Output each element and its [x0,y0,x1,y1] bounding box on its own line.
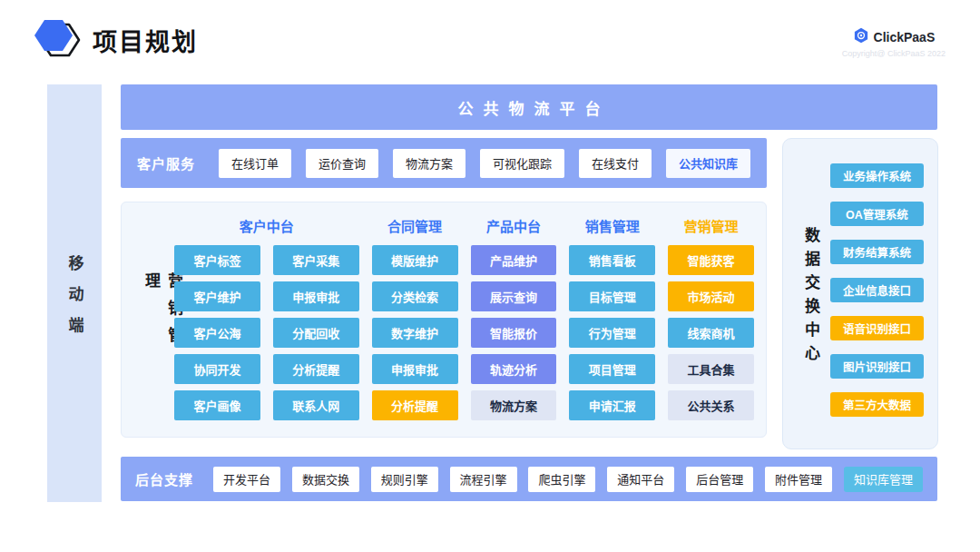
customer-service-item-3[interactable]: 物流方案 [393,149,466,178]
matrix-cell-r1-c2[interactable]: 客户采集 [273,245,359,275]
matrix-cell-r5-c1[interactable]: 客户画像 [174,390,260,420]
backend-item-6[interactable]: 通知平台 [607,467,674,492]
data-exchange-item-5[interactable]: 语音识别接口 [830,316,924,340]
matrix-cell-r4-c3[interactable]: 申报审批 [372,354,458,384]
matrix-cell-r4-c1[interactable]: 协同开发 [174,354,260,384]
data-exchange-item-3[interactable]: 财务结算系统 [830,240,924,264]
backend-support-row: 后台支撑 开发平台数据交换规则引擎流程引擎爬虫引擎通知平台后台管理附件管理知识库… [121,457,937,501]
customer-service-item-6[interactable]: 公共知识库 [666,149,750,178]
data-exchange-label: 数据交换中心 [799,219,822,369]
customer-service-items: 在线订单运价查询物流方案可视化跟踪在线支付公共知识库 [219,149,750,178]
brand-name: ClickPaaS [874,30,936,44]
backend-item-9[interactable]: 知识库管理 [844,467,923,492]
matrix-cell-r2-c5[interactable]: 目标管理 [569,281,655,311]
matrix-cell-r3-c5[interactable]: 行为管理 [569,318,655,348]
customer-service-item-5[interactable]: 在线支付 [579,149,652,178]
matrix-cell-r3-c4[interactable]: 智能报价 [471,318,557,348]
data-exchange-item-1[interactable]: 业务操作系统 [830,163,924,188]
matrix-cell-r4-c5[interactable]: 项目管理 [569,354,655,384]
page-title: 项目规划 [93,23,198,58]
matrix-cell-r4-c4[interactable]: 轨迹分析 [471,354,557,384]
matrix-cell-r1-c6[interactable]: 智能获客 [668,245,754,275]
sidebar-mobile: 移动端 [47,84,102,502]
backend-item-3[interactable]: 规则引擎 [371,467,438,492]
customer-service-item-1[interactable]: 在线订单 [219,149,291,178]
brand-block: ClickPaaS Copyright@ ClickPaaS 2022 [842,27,946,58]
matrix-cell-r2-c3[interactable]: 分类检索 [372,281,458,311]
page-title-hexagon-icon [33,16,85,64]
copyright-text: Copyright@ ClickPaaS 2022 [842,49,946,58]
backend-support-items: 开发平台数据交换规则引擎流程引擎爬虫引擎通知平台后台管理附件管理知识库管理 [213,467,923,492]
matrix-cell-r2-c6[interactable]: 市场活动 [668,281,754,311]
customer-service-item-4[interactable]: 可视化跟踪 [480,149,564,178]
backend-support-label: 后台支撑 [135,469,193,488]
backend-item-7[interactable]: 后台管理 [686,467,753,492]
marketing-matrix-panel: 营销管理 客户中台合同管理产品中台销售管理营销管理客户标签客户采集模版维护产品维… [121,202,767,438]
matrix-cell-r2-c1[interactable]: 客户维护 [174,281,260,311]
clickpaas-logo-icon [853,27,869,47]
matrix-column-header-3: 产品中台 [471,212,557,239]
matrix-cell-r4-c2[interactable]: 分析提醒 [273,354,359,384]
matrix-cell-r1-c5[interactable]: 销售看板 [569,245,655,275]
backend-item-1[interactable]: 开发平台 [213,467,280,492]
customer-service-label: 客户服务 [137,153,195,172]
matrix-cell-r2-c4[interactable]: 展示查询 [471,281,557,311]
data-exchange-item-6[interactable]: 图片识别接口 [830,354,924,379]
sidebar-label: 移动端 [64,240,86,348]
matrix-cell-r5-c6[interactable]: 公共关系 [668,390,754,420]
data-exchange-panel: 数据交换中心 业务操作系统OA管理系统财务结算系统企业信息接口语音识别接口图片识… [782,138,938,449]
backend-item-5[interactable]: 爬虫引擎 [528,467,595,492]
customer-service-row: 客户服务 在线订单运价查询物流方案可视化跟踪在线支付公共知识库 [121,138,767,188]
matrix-cell-r1-c3[interactable]: 模版维护 [372,245,458,275]
backend-item-2[interactable]: 数据交换 [292,467,359,492]
data-exchange-item-7[interactable]: 第三方大数据 [830,392,924,417]
matrix-cell-r3-c1[interactable]: 客户公海 [174,318,260,348]
data-exchange-item-2[interactable]: OA管理系统 [830,202,924,226]
matrix-cell-r2-c2[interactable]: 申报审批 [273,281,359,311]
matrix-cell-r5-c2[interactable]: 联系人网 [273,390,359,420]
matrix-cell-r1-c1[interactable]: 客户标签 [174,245,260,275]
matrix-cell-r1-c4[interactable]: 产品维护 [471,245,557,275]
backend-item-8[interactable]: 附件管理 [765,467,832,492]
matrix-cell-r5-c5[interactable]: 申请汇报 [569,390,655,420]
customer-service-item-2[interactable]: 运价查询 [306,149,378,178]
matrix-cell-r5-c3[interactable]: 分析提醒 [372,390,458,420]
data-exchange-item-4[interactable]: 企业信息接口 [830,278,924,302]
matrix-cell-r3-c3[interactable]: 数字维护 [372,318,458,348]
matrix-cell-r4-c6[interactable]: 工具合集 [668,354,754,384]
data-exchange-items: 业务操作系统OA管理系统财务结算系统企业信息接口语音识别接口图片识别接口第三方大… [830,163,924,417]
matrix-column-header-1: 客户中台 [174,212,359,239]
matrix-cell-r3-c6[interactable]: 线索商机 [668,318,754,348]
public-logistics-platform-banner: 公共物流平台 [121,84,937,130]
matrix-column-header-4: 销售管理 [569,212,655,239]
matrix-cell-r5-c4[interactable]: 物流方案 [471,390,557,420]
matrix-column-header-5: 营销管理 [668,212,754,239]
banner-title: 公共物流平台 [458,96,611,119]
matrix-column-header-2: 合同管理 [372,212,458,239]
matrix-grid: 客户中台合同管理产品中台销售管理营销管理客户标签客户采集模版维护产品维护销售看板… [174,212,754,420]
backend-item-4[interactable]: 流程引擎 [450,467,517,492]
matrix-cell-r3-c2[interactable]: 分配回收 [273,318,359,348]
